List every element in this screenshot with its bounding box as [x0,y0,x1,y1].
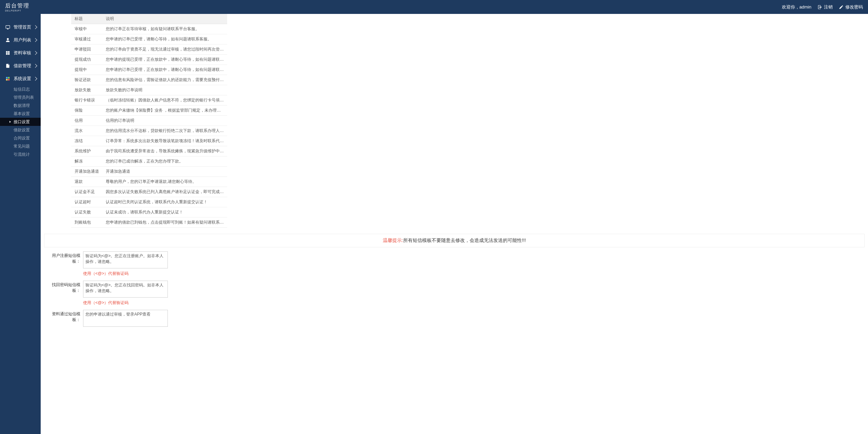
cell-desc: 因您多次认证失败系统已列入高危账户请补足认证金，即可完成认证！… [102,187,227,197]
cell-title: 认证失败 [71,207,102,218]
user-icon [5,38,10,42]
register-template-textarea[interactable] [83,251,168,268]
cell-desc: 您申请的提现已受理，正在放款中，请耐心等待，如有问题请联系客服。 [102,55,227,65]
cell-title: 提现中 [71,65,102,75]
logout-label: 注销 [824,4,833,10]
cell-title: 认证超时 [71,197,102,207]
logo-title: 后台管理 [5,2,29,10]
cell-title: 审核中 [71,24,102,34]
cell-title: 系统维护 [71,146,102,156]
cell-title: 审核通过 [71,34,102,44]
nav-label: 系统设置 [14,76,31,82]
content-area: 标题 说明 审核中您的订单正在等待审核，如有疑问请联系平台客服。审核通过您申请的… [41,14,868,434]
sidebar: 管理首页 用户列表 资料审核 借款管理 [0,14,41,434]
cell-title: 冻结 [71,136,102,146]
sidebar-sub-item[interactable]: 引流统计 [0,150,41,158]
table-row[interactable]: 流水您的信用流水分不达标，贷款银行拒绝二次下款，请联系办理人员刷取… [71,126,227,136]
nav-label: 资料审核 [14,50,31,56]
table-row[interactable]: 保险您的账户未缴纳【保险费】业务 ，根据监管部门规定，未办理保险业务… [71,106,227,116]
monitor-icon [5,25,10,30]
welcome-text: 欢迎你，admin [782,4,811,10]
cell-desc: 您申请的订单已受理，请耐心等待，如有问题请联系客服。 [102,34,227,44]
sidebar-sub-item[interactable]: 管理员列表 [0,93,41,101]
table-row[interactable]: 退款尊敬的用户，您的订单正申请退款,请您耐心等待。 [71,177,227,187]
chevron-right-icon [33,38,37,42]
cell-desc: 您的订单由于资质不足，现无法通过审核，请您过段时间再次尝试申请… [102,44,227,55]
audit-template-textarea[interactable] [83,310,168,327]
sidebar-sub-item[interactable]: 借款设置 [0,126,41,134]
cell-desc: 您的信息有风险评估，需验证借款人的还款能力，需要充值预付首期贷… [102,75,227,85]
cell-desc: 您申请的借款已到钱包，点击提现即可到账！如果有疑问请联系客服！ [102,218,227,228]
cell-title: 到账钱包 [71,218,102,228]
table-row[interactable]: 冻结订单异常：系统多次出款失败导致该笔款项冻结！请及时联系代办人解… [71,136,227,146]
cell-title: 保险 [71,106,102,116]
table-row[interactable]: 开通加急通道开通加急通道 [71,167,227,177]
table-row[interactable]: 验证还款您的信息有风险评估，需验证借款人的还款能力，需要充值预付首期贷… [71,75,227,85]
table-row[interactable]: 解冻您的订单已成功解冻，正在为您办理下款。 [71,156,227,167]
table-row[interactable]: 到账钱包您申请的借款已到钱包，点击提现即可到账！如果有疑问请联系客服！ [71,218,227,228]
warning-text: 所有短信模板不要随意去修改，会造成无法发送的可能性!!! [403,238,526,243]
table-row[interactable]: 信用信用的订单说明 [71,116,227,126]
cell-title: 退款 [71,177,102,187]
cell-title: 开通加急通道 [71,167,102,177]
change-password-label: 修改密码 [845,4,863,10]
cell-title: 银行卡错误 [71,95,102,106]
findpw-template-textarea[interactable] [83,281,168,298]
cell-desc: 您的订单正在等待审核，如有疑问请联系平台客服。 [102,24,227,34]
cell-desc: 开通加急通道 [102,167,227,177]
form-label: 用户注册短信模板： [44,251,83,264]
th-desc: 说明 [102,14,227,24]
table-row[interactable]: 提现成功您申请的提现已受理，正在放款中，请耐心等待，如有问题请联系客服。 [71,55,227,65]
table-row[interactable]: 提现中您申请的订单已受理，正在放款中，请耐心等待，如有问题请联系客服。 [71,65,227,75]
sidebar-sub-item[interactable]: 短信日志 [0,85,41,93]
chevron-right-icon [33,25,37,29]
cell-title: 认证金不足 [71,187,102,197]
form-row-register: 用户注册短信模板： 使用（<@>）代替验证码 [44,251,865,277]
form-hint: 使用（<@>）代替验证码 [83,271,168,277]
table-row[interactable]: 认证金不足因您多次认证失败系统已列入高危账户请补足认证金，即可完成认证！… [71,187,227,197]
cell-desc: 尊敬的用户，您的订单正申请退款,请您耐心等待。 [102,177,227,187]
sidebar-sub-item[interactable]: 常见问题 [0,142,41,150]
logo-subtitle: DELPERIPT [5,10,29,12]
edit-icon [839,5,844,10]
windows-icon [5,76,10,81]
th-title: 标题 [71,14,102,24]
sidebar-sub-item[interactable]: 基本设置 [0,110,41,118]
cell-title: 提现成功 [71,55,102,65]
cell-desc: 信用的订单说明 [102,116,227,126]
cell-title: 放款失败 [71,85,102,95]
header: 后台管理 DELPERIPT 欢迎你，admin 注销 修改密码 [0,0,868,14]
cell-title: 信用 [71,116,102,126]
nav-label: 借款管理 [14,63,31,69]
table-row[interactable]: 认证失败认证未成功，请联系代办人重新提交认证！ [71,207,227,218]
warning-label: 温馨提示: [383,238,403,243]
table-row[interactable]: 放款失败放款失败的订单说明 [71,85,227,95]
form-label: 找回密码短信模板： [44,281,83,294]
nav-item-settings[interactable]: 系统设置 [0,72,41,85]
nav-label: 管理首页 [14,24,31,30]
nav-item-users[interactable]: 用户列表 [0,34,41,46]
logout-link[interactable]: 注销 [817,4,833,10]
form-hint: 使用（<@>）代替验证码 [83,300,168,306]
cell-title: 流水 [71,126,102,136]
sidebar-sub-item[interactable]: 接口设置 [0,118,41,126]
header-right: 欢迎你，admin 注销 修改密码 [782,4,863,10]
table-row[interactable]: 审核通过您申请的订单已受理，请耐心等待，如有问题请联系客服。 [71,34,227,44]
cell-desc: 订单异常：系统多次出款失败导致该笔款项冻结！请及时联系代办人解… [102,136,227,146]
table-row[interactable]: 审核中您的订单正在等待审核，如有疑问请联系平台客服。 [71,24,227,34]
table-row[interactable]: 银行卡错误（临时冻结转账）因借款人账户信息不符，您绑定的银行卡号填写错误… [71,95,227,106]
form-row-audit: 资料通过短信模板： [44,310,865,328]
cell-title: 申请驳回 [71,44,102,55]
change-password-link[interactable]: 修改密码 [839,4,863,10]
nav-item-loan[interactable]: 借款管理 [0,59,41,72]
cell-desc: （临时冻结转账）因借款人账户信息不符，您绑定的银行卡号填写错误… [102,95,227,106]
table-row[interactable]: 申请驳回您的订单由于资质不足，现无法通过审核，请您过段时间再次尝试申请… [71,44,227,55]
cell-desc: 您的账户未缴纳【保险费】业务 ，根据监管部门规定，未办理保险业务… [102,106,227,116]
sidebar-sub-item[interactable]: 合同设置 [0,134,41,142]
nav-item-audit[interactable]: 资料审核 [0,46,41,59]
table-row[interactable]: 认证超时认证超时已关闭认证系统，请联系代办人重新提交认证！ [71,197,227,207]
sidebar-sub-item[interactable]: 数据清理 [0,101,41,110]
chevron-right-icon [33,51,37,55]
nav-item-home[interactable]: 管理首页 [0,21,41,34]
table-row[interactable]: 系统维护由于我司系统遭受异常攻击，导致系统瘫痪，现紧急升级维护中，维护… [71,146,227,156]
